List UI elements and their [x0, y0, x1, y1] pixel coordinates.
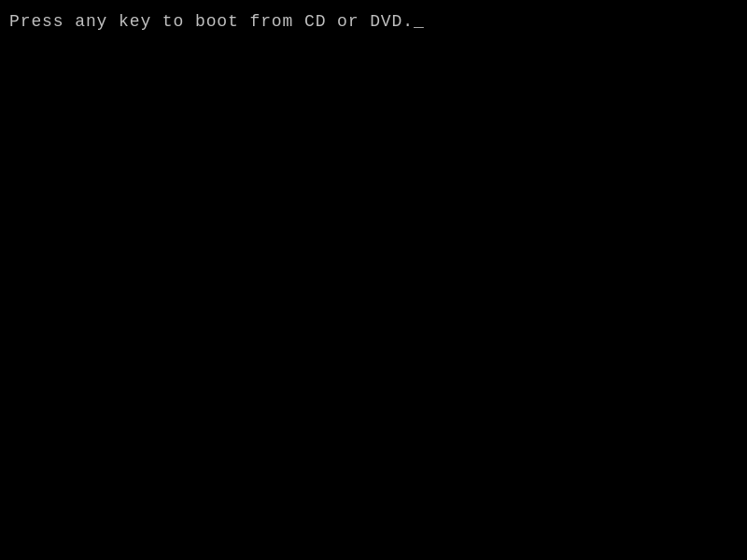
bios-screen: Press any key to boot from CD or DVD._: [0, 0, 747, 560]
boot-prompt-text: Press any key to boot from CD or DVD._: [9, 12, 425, 31]
boot-message-label: Press any key to boot from CD or DVD.: [9, 12, 414, 31]
cursor-blink: _: [414, 12, 425, 31]
